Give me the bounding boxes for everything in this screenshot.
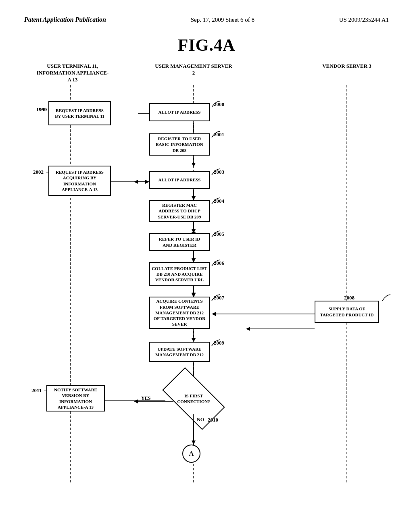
diamond-label: IS FIRSTCONNECTION? xyxy=(165,382,222,415)
bracket-2000 xyxy=(210,99,222,109)
diamond-is-first: IS FIRSTCONNECTION? xyxy=(165,382,222,415)
box-allot-ip1: ALLOT IP ADDRESS xyxy=(149,103,210,121)
label-2002: 2002 → xyxy=(33,169,50,175)
box-update: UPDATE SOFTWAREMANAGEMENT DB 212 xyxy=(149,342,210,362)
arrow-down-1 xyxy=(190,155,198,167)
box-req-ip-info: REQUEST IP ADDRESSACQUIRING BYINFORMATIO… xyxy=(48,166,111,196)
bracket-2008 xyxy=(380,293,392,303)
bracket-2001 xyxy=(210,129,222,139)
box-req-ip-user: REQUEST IP ADDRESSBY USER TERMINAL 11 xyxy=(48,101,111,125)
svg-marker-49 xyxy=(192,441,196,445)
col3-header: VENDOR SERVER 3 xyxy=(315,63,379,70)
box-register-basic: REGISTER TO USERBASIC INFORMATIONDB 208 xyxy=(149,133,210,156)
bracket-2003 xyxy=(210,167,222,177)
circle-a-label: A xyxy=(189,450,194,457)
box-notify: NOTIFY SOFTWAREVERSION BYINFORMATIONAPPL… xyxy=(46,385,105,411)
header-right: US 2009/235244 A1 xyxy=(339,17,389,23)
svg-marker-29 xyxy=(192,163,196,167)
arrow-down-5 xyxy=(190,285,198,297)
bracket-2006 xyxy=(210,258,222,268)
header-left: Patent Application Publication xyxy=(24,16,106,23)
col2-header: USER MANAGEMENT SERVER 2 xyxy=(153,63,234,77)
svg-marker-41 xyxy=(212,312,216,316)
box-register-mac: REGISTER MACADDRESS TO DHCPSERVER-USE DB… xyxy=(149,200,210,222)
svg-marker-31 xyxy=(145,180,149,184)
box-supply: SUPPLY DATA OFTARGETED PRODUCT ID xyxy=(315,301,379,323)
no-label: NO xyxy=(197,417,204,423)
box-acquire: ACQUIRE CONTENTSFROM SOFTWAREMANAGEMENT … xyxy=(149,297,210,329)
box-collate: COLLATE PRODUCT LISTDB 210 AND ACQUIREVE… xyxy=(149,262,210,286)
bracket-2004 xyxy=(210,196,222,206)
header-center: Sep. 17, 2009 Sheet 6 of 8 xyxy=(191,17,254,23)
arrow-no-down xyxy=(190,414,198,447)
header: Patent Application Publication Sep. 17, … xyxy=(24,16,389,23)
arrow-down-3 xyxy=(190,221,198,233)
arrow-down-2 xyxy=(190,188,198,200)
box-allot-ip2: ALLOT IP ADDRESS xyxy=(149,171,210,189)
bracket-2007 xyxy=(210,293,222,303)
figure-title: FIG.4A xyxy=(24,35,389,55)
label-2011: 2011 → xyxy=(31,387,48,394)
col1-header: USER TERMINAL 11,INFORMATION APPLIANCE-A… xyxy=(36,63,109,83)
arrow-down-4 xyxy=(190,250,198,262)
page: Patent Application Publication Sep. 17, … xyxy=(0,0,413,532)
arrow-down-6 xyxy=(190,328,198,342)
arrow-vendor-left xyxy=(210,310,317,318)
label-2010: 2010 xyxy=(208,417,218,423)
bracket-2009 xyxy=(210,338,222,348)
diagram: USER TERMINAL 11,INFORMATION APPLIANCE-A… xyxy=(24,63,389,486)
bracket-2005 xyxy=(210,229,222,239)
circle-a: A xyxy=(182,445,200,463)
box-refer-user: REFER TO USER IDAND REGISTER xyxy=(149,233,210,251)
label-2008: 2008 xyxy=(344,295,355,301)
svg-marker-19 xyxy=(246,327,250,331)
arrow-right-2 xyxy=(111,178,151,186)
